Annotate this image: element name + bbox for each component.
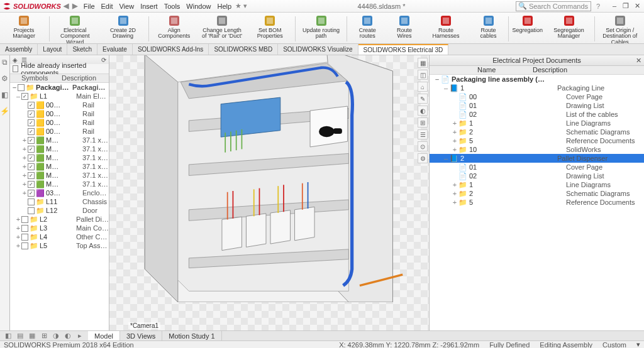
bt-icon[interactable]: ◧ [4, 332, 13, 340]
doc-row[interactable]: 📄00Cover Page [430, 92, 644, 101]
doc-row[interactable]: +📁2Schematic Diagrams [430, 189, 644, 198]
tree-row[interactable]: +✓🟩M…37.1 x 72.4 Type MC … [10, 144, 109, 153]
ribbon-create-2d-drawing[interactable]: Create 2D Drawing [99, 14, 147, 43]
bt-icon[interactable]: ▤ [16, 332, 25, 340]
ribbon-projects-manager[interactable]: Projects Manager [0, 14, 48, 43]
tree-row[interactable]: +✓🟩M…37.1 x 72.4 Type MC … [10, 153, 109, 162]
doc-row[interactable]: –📄Packaging line assembly (2013) [430, 75, 644, 84]
menu-window[interactable]: Window [186, 3, 211, 10]
menu-view[interactable]: View [119, 3, 134, 10]
bt-icon[interactable]: ▸ [75, 332, 84, 340]
bt-icon[interactable]: ◐ [64, 332, 72, 340]
vt-icon[interactable]: ◐ [418, 106, 428, 116]
tree-row[interactable]: +📁L3Main Conveyor [10, 224, 109, 232]
help-icon[interactable]: ? [596, 3, 600, 10]
menu-tools[interactable]: Tools [164, 3, 180, 10]
minimize-icon[interactable]: – [610, 2, 619, 10]
vt-icon[interactable]: ⌂ [418, 82, 428, 92]
hide-checkbox[interactable] [13, 65, 18, 72]
btab-model[interactable]: Model [88, 331, 120, 340]
tab-layout[interactable]: Layout [38, 44, 67, 55]
menu-dropdown-icon[interactable]: ★ ▾ [235, 2, 247, 10]
doc-row[interactable]: 📄02List of the cables [430, 110, 644, 119]
menu-edit[interactable]: Edit [101, 3, 113, 10]
tree-row[interactable]: +📁L4Other Conveyors [10, 232, 109, 241]
tree-row[interactable]: 📁L12Door [10, 206, 109, 215]
search-commands[interactable]: 🔍 Search Commands [516, 1, 591, 11]
bt-icon[interactable]: ◑ [52, 332, 60, 340]
menu-insert[interactable]: Insert [140, 3, 158, 10]
vt-icon[interactable]: ⊞ [418, 117, 428, 128]
ribbon-update-routing-path[interactable]: Update routing path [297, 14, 345, 43]
vt-icon[interactable]: ☰ [418, 129, 428, 139]
tab-solidworks-mbd[interactable]: SOLIDWORKS MBD [209, 44, 278, 55]
doc-row[interactable]: +📁2Schematic Diagrams [430, 128, 644, 136]
doc-row[interactable]: +📁5Reference Documents [430, 136, 644, 145]
tree-row[interactable]: –📁Packaging li…Packaging line assem [10, 83, 109, 92]
ribbon-set-origin-destination-o[interactable]: Set Origin / Destination of Cables [596, 14, 644, 43]
tree-row[interactable]: ✓🟨00…Rail [10, 127, 109, 136]
ribbon-route-harnesses[interactable]: Route Harnesses [422, 14, 470, 43]
doc-row[interactable]: –📘2Pallet Dispenser [430, 154, 644, 163]
tab-solidworks-electrical-3d[interactable]: SOLIDWORKS Electrical 3D [358, 44, 449, 55]
doc-row[interactable]: +📁10SolidWorks [430, 145, 644, 154]
doc-row[interactable]: 📄02Drawing List [430, 171, 644, 180]
tree-row[interactable]: ✓🟨00…Rail [10, 109, 109, 118]
tab-solidworks-add-ins[interactable]: SOLIDWORKS Add-Ins [133, 44, 209, 55]
doc-row[interactable]: 📄01Cover Page [430, 163, 644, 171]
doc-row[interactable]: +📁5Reference Documents [430, 198, 644, 207]
tab-solidworks-visualize[interactable]: SOLIDWORKS Visualize [278, 44, 358, 55]
doc-row[interactable]: +📁1Line Diagrams [430, 119, 644, 128]
btab-3d-views[interactable]: 3D Views [120, 331, 162, 340]
3d-viewport[interactable]: ▦◫ ⌂✎ ◐⊞ ☰⊙ ⚙ *Camera1 [109, 55, 429, 330]
vt-icon[interactable]: ✎ [418, 94, 428, 104]
doc-row[interactable]: 📄01Drawing List [430, 101, 644, 110]
tree-row[interactable]: +✓🟩M…37.1 x 72.4 Type MC … [10, 171, 109, 180]
bt-icon[interactable]: ▦ [28, 332, 36, 340]
tree-row[interactable]: ✓🟨00…Rail [10, 101, 109, 109]
bt-icon[interactable]: ⊞ [40, 332, 48, 340]
status-dropdown-icon[interactable]: ▾ [636, 340, 640, 348]
tab-sketch[interactable]: Sketch [67, 44, 97, 55]
vt-icon[interactable]: ⊙ [418, 141, 428, 151]
ribbon-set-bom-properties[interactable]: Set BOM Properties [246, 14, 294, 43]
tree-row[interactable]: +✓🟪03…Enclosure [10, 188, 109, 197]
tree-row[interactable]: 📁L11Chassis [10, 197, 109, 206]
vt-icon[interactable]: ⚙ [418, 153, 428, 163]
nav-back-icon[interactable]: ◀ [64, 2, 69, 10]
tree-row[interactable]: +📁L5Top Assembly [10, 241, 109, 250]
doc-row[interactable]: –📘1Packaging Line [430, 84, 644, 92]
electrical-docs-tree[interactable]: –📄Packaging line assembly (2013)–📘1Packa… [430, 75, 644, 330]
tab-assembly[interactable]: Assembly [0, 44, 38, 55]
doc-row[interactable]: +📁1Line Diagrams [430, 180, 644, 189]
tree-row[interactable]: +✓🟩M…37.1 x 72.4 Type MC … [10, 136, 109, 144]
vt-icon[interactable]: ◫ [418, 70, 428, 80]
nav-fwd-icon[interactable]: ▶ [72, 2, 77, 10]
tree-row[interactable]: +✓🟩M…37.1 x 72.4 Type MC … [10, 180, 109, 188]
feature-tree[interactable]: –📁Packaging li…Packaging line assem–✓📁L1… [10, 83, 109, 330]
ribbon-route-wires[interactable]: Route Wires [387, 14, 422, 43]
ribbon-change-length-of-rail-or[interactable]: Change Length of 'Rail' or 'Duct' [198, 14, 246, 43]
ribbon-segregation[interactable]: Segregation [510, 14, 545, 43]
gutter-display-icon[interactable]: ◧ [1, 90, 8, 99]
hide-inserted-row[interactable]: Hide already inserted components [10, 64, 109, 74]
btab-motion-study-1[interactable]: Motion Study 1 [162, 331, 221, 340]
gutter-config-icon[interactable]: ⚙ [1, 74, 8, 83]
ribbon-route-cables[interactable]: Route cables [470, 14, 507, 43]
ribbon-create-routes[interactable]: Create routes [348, 14, 387, 43]
vt-icon[interactable]: ▦ [418, 58, 428, 68]
tree-row[interactable]: –✓📁L1Main Electrical Enclo… [10, 92, 109, 101]
restore-icon[interactable]: ❐ [621, 2, 630, 10]
panel-close-icon[interactable]: ✕ [636, 57, 641, 65]
menu-help[interactable]: Help [217, 3, 231, 10]
ribbon-electrical-component-wiz[interactable]: Electrical Component Wizard [51, 14, 99, 43]
gutter-asm-icon[interactable]: ⧉ [2, 58, 8, 67]
tab-evaluate[interactable]: Evaluate [97, 44, 133, 55]
ribbon-segregation-manager[interactable]: Segregation Manager [545, 14, 592, 43]
close-icon[interactable]: ✕ [633, 2, 641, 10]
menu-file[interactable]: File [84, 3, 95, 10]
tree-row[interactable]: +✓🟩M…37.1 x 72.4 Type MC … [10, 162, 109, 171]
tool-a-icon[interactable]: ◈ [13, 57, 18, 63]
ribbon-align-components[interactable]: Align Components [150, 14, 198, 43]
gutter-ele-icon[interactable]: ⚡ [0, 107, 9, 116]
